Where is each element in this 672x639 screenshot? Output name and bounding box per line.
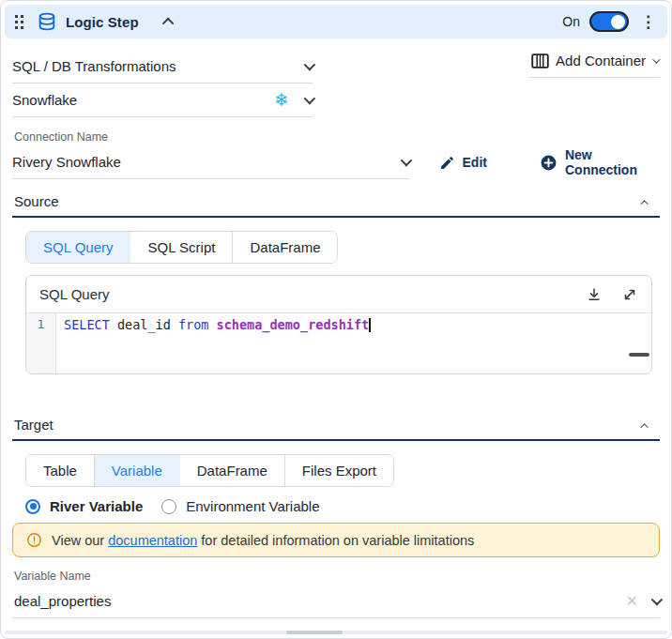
edit-connection-button[interactable]: Edit bbox=[439, 155, 487, 171]
logic-step-panel: Logic Step On ⋮ SQL / DB Transformations… bbox=[0, 0, 672, 639]
environment-variable-radio[interactable] bbox=[161, 499, 176, 514]
collapse-step-icon[interactable] bbox=[165, 18, 174, 26]
editor-header: SQL Query bbox=[26, 276, 651, 313]
code-token: from bbox=[178, 317, 209, 332]
chevron-down-icon bbox=[304, 93, 316, 105]
edit-label: Edit bbox=[463, 155, 487, 170]
datasource-select[interactable]: Snowflake ❄ bbox=[12, 84, 313, 117]
connection-value: Rivery Snowflake bbox=[12, 154, 401, 170]
transformation-type-select[interactable]: SQL / DB Transformations bbox=[12, 50, 313, 84]
info-icon bbox=[26, 532, 42, 548]
add-container-label: Add Container bbox=[556, 53, 646, 68]
target-section-header: Target bbox=[12, 416, 660, 441]
target-tabs: Table Variable DataFrame Files Export bbox=[25, 454, 394, 487]
variable-name-select[interactable]: deal_properties ✕ bbox=[12, 585, 660, 618]
download-icon[interactable] bbox=[586, 286, 603, 303]
toggle-state-label: On bbox=[562, 14, 580, 29]
add-container-button[interactable]: Add Container bbox=[529, 44, 660, 78]
plus-circle-icon bbox=[540, 154, 557, 172]
tab-sql-query[interactable]: SQL Query bbox=[26, 232, 130, 263]
tab-variable[interactable]: Variable bbox=[95, 455, 180, 486]
snowflake-icon: ❄ bbox=[274, 91, 289, 109]
river-variable-label[interactable]: River Variable bbox=[50, 498, 143, 514]
variable-type-radio-group: River Variable Environment Variable bbox=[25, 498, 647, 514]
editor-title: SQL Query bbox=[39, 286, 567, 302]
collapse-target-icon[interactable] bbox=[643, 416, 649, 433]
chevron-down-icon bbox=[304, 59, 316, 71]
chevron-down-icon bbox=[400, 155, 412, 167]
sql-query-editor: SQL Query 1 bbox=[25, 275, 652, 374]
pencil-icon bbox=[439, 155, 455, 171]
database-icon bbox=[37, 11, 57, 32]
code-line[interactable]: SELECT deal_id from schema_demo_redshift bbox=[56, 313, 371, 373]
kebab-menu-icon[interactable]: ⋮ bbox=[640, 14, 656, 30]
code-token: schema_demo_redshift bbox=[217, 317, 370, 332]
environment-variable-label[interactable]: Environment Variable bbox=[186, 498, 319, 514]
code-token bbox=[208, 317, 216, 332]
tab-dataframe[interactable]: DataFrame bbox=[233, 232, 337, 263]
source-tabs: SQL Query SQL Script DataFrame bbox=[25, 231, 338, 264]
code-area[interactable]: 1 SELECT deal_id from schema_demo_redshi… bbox=[26, 313, 651, 373]
connection-select[interactable]: Rivery Snowflake bbox=[12, 145, 409, 179]
variable-name-value: deal_properties bbox=[14, 593, 626, 609]
connection-name-label: Connection Name bbox=[14, 130, 660, 144]
target-title: Target bbox=[14, 417, 53, 433]
line-number: 1 bbox=[38, 317, 45, 331]
text-cursor bbox=[369, 318, 371, 332]
tab-dataframe-target[interactable]: DataFrame bbox=[180, 455, 285, 486]
tab-table[interactable]: Table bbox=[26, 455, 95, 486]
source-title: Source bbox=[14, 193, 59, 209]
alert-text: View our documentation for detailed info… bbox=[52, 533, 474, 548]
river-variable-radio[interactable] bbox=[25, 499, 40, 514]
code-token: deal_id bbox=[110, 317, 178, 332]
documentation-link[interactable]: documentation bbox=[108, 533, 197, 548]
line-number-gutter: 1 bbox=[26, 313, 56, 373]
tab-files-export[interactable]: Files Export bbox=[285, 455, 393, 486]
step-title: Logic Step bbox=[66, 14, 139, 30]
chevron-down-icon bbox=[651, 594, 664, 606]
drag-handle-icon[interactable] bbox=[14, 14, 25, 30]
add-container-icon bbox=[531, 53, 549, 68]
chevron-down-icon bbox=[652, 55, 660, 63]
editor-scrollbar-thumb[interactable] bbox=[629, 353, 649, 357]
new-connection-label: New Connection bbox=[565, 147, 660, 177]
step-enabled-toggle[interactable] bbox=[589, 11, 629, 32]
code-token: SELECT bbox=[64, 317, 110, 332]
clear-x-icon[interactable]: ✕ bbox=[626, 592, 638, 610]
new-connection-button[interactable]: New Connection bbox=[540, 147, 660, 177]
logic-step-header: Logic Step On ⋮ bbox=[5, 5, 667, 38]
datasource-value: Snowflake bbox=[12, 92, 274, 108]
variable-limitations-alert: View our documentation for detailed info… bbox=[12, 523, 660, 557]
expand-icon[interactable] bbox=[621, 286, 638, 303]
collapse-source-icon[interactable] bbox=[643, 192, 649, 209]
variable-name-label: Variable Name bbox=[14, 570, 660, 583]
transformation-type-value: SQL / DB Transformations bbox=[12, 58, 304, 74]
tab-sql-script[interactable]: SQL Script bbox=[130, 232, 233, 263]
scrollbar-thumb[interactable] bbox=[286, 631, 343, 634]
source-section-header: Source bbox=[12, 192, 660, 218]
horizontal-scrollbar[interactable] bbox=[5, 631, 667, 634]
